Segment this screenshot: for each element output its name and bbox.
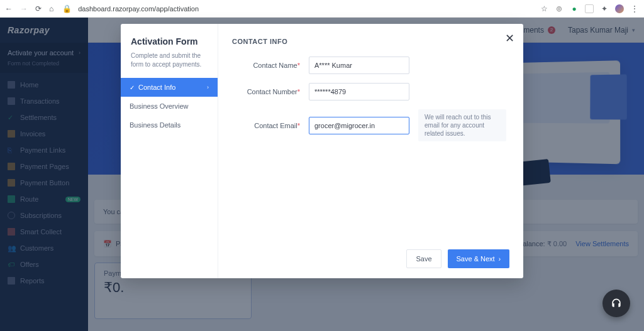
contact-email-input[interactable] (309, 117, 409, 134)
extensions-icon[interactable]: ✦ (600, 4, 609, 13)
forward-icon[interactable]: → (20, 4, 28, 13)
modal-subtitle: Complete and submit the form to accept p… (121, 52, 218, 78)
chevron-right-icon: › (207, 84, 209, 90)
contact-email-label: Contact Email* (232, 122, 300, 129)
step-contact-info[interactable]: Contact Info› (121, 78, 218, 97)
contact-number-label: Contact Number* (232, 88, 300, 95)
ext-icon[interactable] (585, 4, 594, 13)
ext-icon[interactable]: ⊚ (555, 4, 564, 13)
step-business-overview[interactable]: Business Overview (121, 97, 218, 116)
support-fab[interactable] (602, 290, 630, 317)
browser-chrome: ← → ⟳ ⌂ 🔒 dashboard.razorpay.com/app/act… (0, 0, 644, 18)
field-contact-email: Contact Email* We will reach out to this… (232, 109, 509, 141)
modal-sidebar: Activation Form Complete and submit the … (121, 24, 218, 278)
menu-icon[interactable]: ⋮ (630, 4, 639, 13)
save-next-button[interactable]: Save & Next› (448, 249, 509, 268)
star-icon[interactable]: ☆ (540, 4, 548, 13)
home-icon[interactable]: ⌂ (49, 4, 53, 13)
activation-modal: Activation Form Complete and submit the … (121, 24, 523, 278)
contact-number-input[interactable] (309, 83, 409, 100)
contact-name-input[interactable] (309, 57, 409, 74)
close-icon: ✕ (505, 32, 514, 45)
profile-avatar[interactable] (615, 4, 624, 13)
headphones-icon (610, 297, 623, 310)
field-contact-name: Contact Name* (232, 57, 509, 74)
back-icon[interactable]: ← (5, 4, 13, 13)
ext-icon[interactable]: ● (570, 4, 579, 13)
modal-title: Activation Form (121, 36, 218, 52)
step-business-details[interactable]: Business Details (121, 116, 218, 134)
lock-icon: 🔒 (62, 4, 72, 13)
email-hint: We will reach out to this email for any … (418, 109, 506, 141)
save-button[interactable]: Save (406, 249, 441, 268)
section-heading: CONTACT INFO (232, 38, 509, 45)
modal-actions: Save Save & Next› (232, 249, 509, 268)
modal-body: ✕ CONTACT INFO Contact Name* Contact Num… (218, 24, 523, 278)
field-contact-number: Contact Number* (232, 83, 509, 100)
close-button[interactable]: ✕ (505, 31, 514, 45)
contact-name-label: Contact Name* (232, 62, 300, 69)
url-bar[interactable]: dashboard.razorpay.com/app/activation (78, 5, 533, 13)
reload-icon[interactable]: ⟳ (35, 4, 42, 13)
chevron-right-icon: › (499, 256, 501, 263)
